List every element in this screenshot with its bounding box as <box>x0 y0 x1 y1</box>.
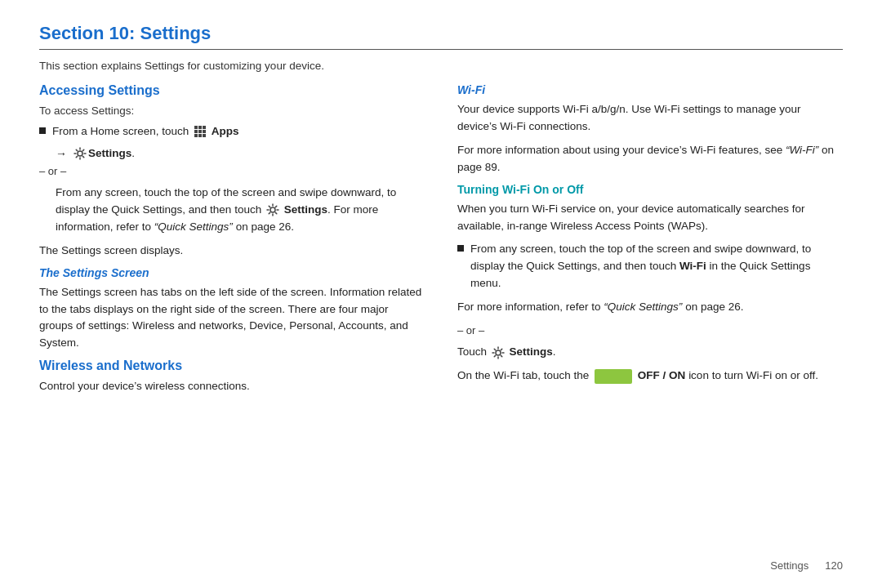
intro-text: This section explains Settings for custo… <box>39 58 843 75</box>
or-line-1: – or – <box>39 163 425 180</box>
right-column: Wi-Fi Your device supports Wi-Fi a/b/g/n… <box>457 83 843 555</box>
svg-rect-1 <box>198 126 202 129</box>
bullet-square-icon <box>39 127 46 134</box>
para-wifi2: For more information about using your de… <box>457 142 843 176</box>
arrow-icon: → <box>56 147 67 160</box>
para-more-info: For more information, refer to “Quick Se… <box>457 299 843 316</box>
or-line-2: – or – <box>457 323 843 339</box>
from-any-para: From any screen, touch the top of the sc… <box>56 185 425 236</box>
touch-settings-line: Touch Settings. <box>457 344 843 361</box>
bullet-list-2: From any screen, touch the top of the sc… <box>457 241 843 292</box>
svg-rect-6 <box>194 134 198 137</box>
settings-label: Settings <box>88 147 131 159</box>
settings-period: . <box>131 147 135 159</box>
footer: Settings 120 <box>39 555 843 572</box>
footer-page-number: 120 <box>825 559 843 572</box>
para-wireless: Control your device’s wireless connectio… <box>39 378 425 395</box>
bullet-apps-text: From a Home screen, touch <box>52 123 239 140</box>
wifi-toggle-badge <box>595 369 632 384</box>
svg-rect-8 <box>203 134 206 137</box>
to-access-label: To access Settings: <box>39 103 425 120</box>
svg-rect-0 <box>194 126 198 129</box>
footer-label: Settings <box>770 559 808 572</box>
arrow-settings-line: → Settings. <box>56 147 425 160</box>
svg-rect-2 <box>203 126 206 129</box>
bullet2-text: From any screen, touch the top of the sc… <box>470 241 843 292</box>
apps-grid-icon <box>194 125 207 138</box>
svg-rect-5 <box>203 130 206 133</box>
heading-settings-screen: The Settings Screen <box>39 266 425 279</box>
svg-rect-7 <box>198 134 202 137</box>
para-turning: When you turn Wi-Fi service on, your dev… <box>457 201 843 235</box>
bullet-list-1: From a Home screen, touch <box>39 123 425 140</box>
list-item-wifi-bullet: From any screen, touch the top of the sc… <box>457 241 843 292</box>
heading-wifi: Wi-Fi <box>457 83 843 96</box>
settings-icon-inline <box>266 203 279 216</box>
bullet-square-icon-2 <box>457 245 464 252</box>
svg-point-9 <box>78 151 82 156</box>
para-wifi1: Your device supports Wi-Fi a/b/g/n. Use … <box>457 101 843 136</box>
page: Section 10: Settings This section explai… <box>0 0 882 588</box>
left-column: Accessing Settings To access Settings: F… <box>39 83 425 555</box>
section-title: Section 10: Settings <box>39 23 843 44</box>
two-col-layout: Accessing Settings To access Settings: F… <box>39 83 843 555</box>
para-settings-screen: The Settings screen has tabs on the left… <box>39 284 425 353</box>
section-divider <box>39 49 843 50</box>
settings-gear-icon <box>74 147 87 160</box>
settings-icon-inline2 <box>492 346 505 359</box>
svg-point-10 <box>270 207 275 212</box>
heading-wireless-networks: Wireless and Networks <box>39 359 425 373</box>
svg-rect-3 <box>194 130 198 133</box>
para-on-tab: On the Wi-Fi tab, touch the OFF / ON ico… <box>457 368 843 385</box>
from-any-block: From any screen, touch the top of the sc… <box>56 185 425 236</box>
heading-accessing-settings: Accessing Settings <box>39 83 425 98</box>
heading-turning-wifi: Turning Wi-Fi On or Off <box>457 183 843 196</box>
settings-screen-displays: The Settings screen displays. <box>39 243 425 260</box>
svg-rect-4 <box>198 130 202 133</box>
list-item-apps: From a Home screen, touch <box>39 123 425 140</box>
svg-point-11 <box>496 350 501 355</box>
settings-dot: . <box>553 345 556 358</box>
